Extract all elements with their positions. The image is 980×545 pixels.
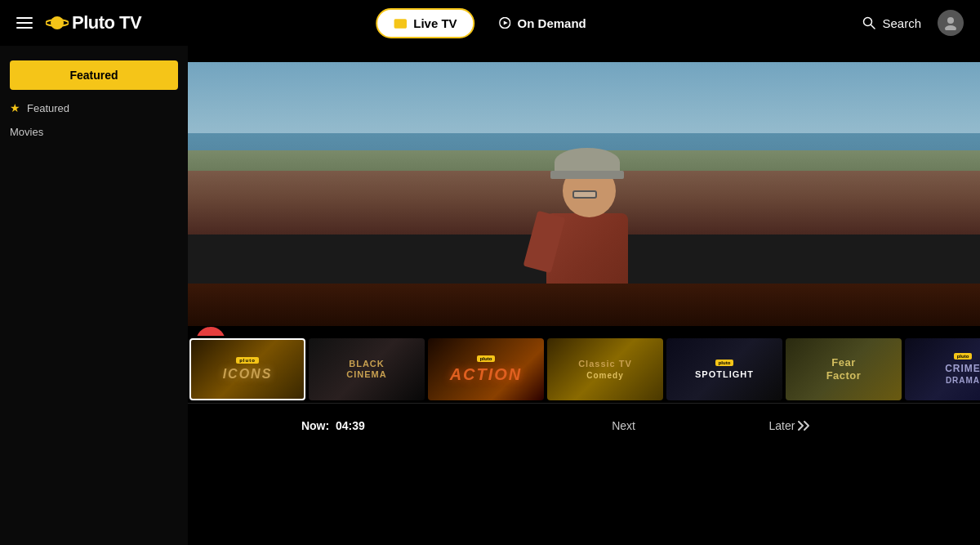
star-icon: ★ bbox=[10, 101, 20, 114]
user-icon bbox=[943, 16, 958, 30]
on-demand-button[interactable]: On Demand bbox=[482, 8, 604, 38]
video-scene bbox=[188, 46, 980, 336]
blackcinema-label: BLACKCINEMA bbox=[346, 359, 386, 380]
guide-later-label: Later bbox=[768, 419, 795, 432]
search-icon bbox=[862, 16, 875, 29]
pluto-logo: Pluto TV bbox=[46, 11, 141, 34]
logo-name: Pluto TV bbox=[72, 12, 141, 33]
guide-next: Next bbox=[479, 419, 769, 432]
tv-icon bbox=[394, 17, 407, 29]
svg-marker-5 bbox=[504, 21, 508, 25]
live-tv-button[interactable]: Live TV bbox=[376, 8, 474, 38]
guide-now: Now: 04:39 bbox=[188, 419, 479, 432]
action-label: ACTION bbox=[450, 365, 523, 384]
channel-icons[interactable]: pluto ICONS bbox=[189, 338, 305, 400]
double-chevron-icon bbox=[798, 420, 814, 431]
channel-blackcinema[interactable]: BLACKCINEMA bbox=[309, 338, 425, 400]
header: Pluto TV Live TV On Demand bbox=[0, 0, 980, 46]
svg-rect-2 bbox=[394, 20, 406, 28]
svg-point-9 bbox=[945, 25, 956, 30]
letterbox-bottom bbox=[188, 326, 980, 336]
guide-now-time: 04:39 bbox=[336, 419, 365, 432]
header-left: Pluto TV bbox=[16, 11, 141, 34]
svg-line-7 bbox=[871, 25, 875, 29]
hamburger-menu[interactable] bbox=[16, 17, 33, 29]
pluto-badge-action: pluto bbox=[477, 355, 496, 362]
featured-sidebar-button[interactable]: Featured bbox=[10, 60, 178, 90]
pluto-badge-crime: pluto bbox=[954, 353, 973, 360]
play-icon bbox=[500, 17, 511, 29]
pluto-badge-icons: pluto bbox=[236, 357, 259, 364]
guide-bar: Now: 04:39 Next Later Guide bbox=[188, 403, 980, 447]
svg-point-8 bbox=[947, 17, 954, 24]
channel-spotlight[interactable]: pluto SPOTLIGHT bbox=[666, 338, 782, 400]
pluto-logo-icon bbox=[46, 11, 69, 34]
search-button[interactable]: Search bbox=[862, 16, 921, 30]
header-right: Search bbox=[862, 10, 964, 36]
crimedrama-label: CRIMEDRAMA bbox=[945, 363, 980, 386]
channel-classictv[interactable]: Classic TVComedy bbox=[547, 338, 663, 400]
body-area: Featured ★ Featured Movies bbox=[0, 46, 980, 545]
channel-fearfactor[interactable]: FearFactor bbox=[786, 338, 902, 400]
search-label: Search bbox=[882, 16, 921, 30]
featured-row-label: Featured bbox=[27, 102, 69, 114]
app-wrapper: Pluto TV Live TV On Demand bbox=[0, 0, 980, 545]
featured-sidebar-row[interactable]: ★ Featured bbox=[0, 96, 188, 119]
main-nav: Live TV On Demand bbox=[376, 8, 604, 38]
person-glasses bbox=[572, 190, 597, 199]
guide-later: Later bbox=[768, 419, 980, 432]
movies-sidebar-item[interactable]: Movies bbox=[0, 119, 188, 145]
svg-point-0 bbox=[51, 16, 64, 29]
spotlight-label: SPOTLIGHT bbox=[695, 369, 754, 379]
classictv-label: Classic TVComedy bbox=[578, 358, 632, 382]
person-hat-brim bbox=[550, 171, 624, 179]
icons-channel-content: pluto ICONS bbox=[223, 357, 273, 382]
live-tv-label: Live TV bbox=[413, 16, 457, 30]
user-avatar[interactable] bbox=[938, 10, 964, 36]
channel-crimedrama[interactable]: pluto CRIMEDRAMA bbox=[905, 338, 980, 400]
icons-label: ICONS bbox=[223, 367, 273, 382]
guide-now-label: Now: bbox=[301, 419, 329, 432]
mute-icon bbox=[203, 334, 218, 336]
channel-strip: pluto ICONS BLACKCINEMA pluto ACTION bbox=[188, 336, 980, 403]
on-demand-label: On Demand bbox=[518, 16, 586, 30]
blackcinema-content: BLACKCINEMA bbox=[346, 359, 386, 380]
center-column: pluto ICONS BLACKCINEMA pluto ACTION bbox=[188, 46, 980, 545]
letterbox-top bbox=[188, 46, 980, 62]
video-player[interactable] bbox=[188, 46, 980, 336]
channel-action[interactable]: pluto ACTION bbox=[428, 338, 544, 400]
fearfactor-label: FearFactor bbox=[826, 356, 862, 382]
pluto-badge-spotlight: pluto bbox=[715, 360, 734, 366]
sidebar: Featured ★ Featured Movies bbox=[0, 46, 188, 545]
logo-text: Pluto TV bbox=[72, 12, 141, 34]
